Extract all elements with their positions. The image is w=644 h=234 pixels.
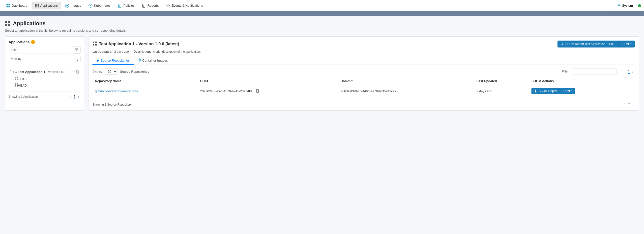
app-tree-item[interactable]: ∧ Test Application 1 - Version 1.0.0 2 <box>9 68 80 76</box>
uuid-copy-icon[interactable] <box>256 89 260 93</box>
svg-rect-11 <box>36 6 38 7</box>
top-page-number: 1 <box>628 70 630 74</box>
sbom-actions-cell: SBOM Report JSON <box>532 88 632 94</box>
version-item-head[interactable]: HEAD <box>9 82 80 89</box>
svg-point-25 <box>618 5 620 6</box>
svg-rect-29 <box>8 24 10 26</box>
app-header-title: Test Application 1 - Version 1.0.0 (late… <box>92 41 179 47</box>
svg-rect-32 <box>15 77 16 78</box>
bottom-page-number: 1 <box>628 101 630 105</box>
cell-last-updated: 2 days ago <box>474 85 529 97</box>
copy-badge: 2 <box>73 70 80 74</box>
row-json-btn[interactable]: JSON <box>560 88 575 94</box>
svg-rect-12 <box>38 6 39 7</box>
dashboard-icon <box>6 4 10 8</box>
app-version: - Version 1.0.0 <box>46 70 66 74</box>
svg-rect-8 <box>36 5 38 6</box>
source-repos-table: Repository Name UUID Commit Last Updated… <box>92 77 635 97</box>
bottom-pagination: ‹ 1 › <box>623 101 635 106</box>
row-sbom-report-btn[interactable]: SBOM Report <box>532 88 560 94</box>
json-label: JSON <box>621 42 629 46</box>
svg-rect-9 <box>38 5 39 6</box>
svg-rect-5 <box>36 4 38 5</box>
nav-kubernetes[interactable]: Kubernetes <box>85 2 114 9</box>
uuid-text: 237202a0-70ec-4578-9941-23eb4f8... <box>200 89 254 93</box>
top-prev-page-btn[interactable]: ‹ <box>623 69 627 74</box>
sbom-download-button[interactable]: SBOM Report Test Application 1 1.0.0 <box>558 41 618 47</box>
json-dropdown-button[interactable]: JSON <box>618 41 635 47</box>
svg-rect-35 <box>16 79 18 80</box>
page-title: Applications <box>13 20 46 27</box>
nav-policies-label: Policies <box>124 4 134 7</box>
repo-link[interactable]: github.com/anchore/enterprise <box>95 89 138 93</box>
last-updated-label: Last Updated: <box>92 50 112 53</box>
nav-dashboard[interactable]: Dashboard <box>3 2 31 9</box>
svg-rect-27 <box>8 21 10 23</box>
download-icon <box>560 42 564 46</box>
nav-policies[interactable]: Policies <box>115 2 138 9</box>
page-subtitle: Select an application in the list below … <box>5 29 639 32</box>
col-last-updated: Last Updated <box>474 77 529 85</box>
svg-point-16 <box>90 5 91 6</box>
head-label: HEAD <box>18 84 27 87</box>
page-grid-icon <box>5 20 10 27</box>
events-icon <box>166 4 170 8</box>
cell-repo-name: github.com/anchore/enterprise <box>92 85 198 97</box>
display-label: Display <box>92 70 102 73</box>
nav-reports-label: Reports <box>148 4 159 7</box>
nav-images[interactable]: Images <box>62 2 84 9</box>
tabs-row: ◆ Source Repositories Container Images <box>92 56 635 65</box>
version-label: 1.0.0 <box>19 77 26 81</box>
bottom-next-page-btn[interactable]: › <box>630 101 635 106</box>
right-panel: Test Application 1 - Version 1.0.0 (late… <box>88 36 639 111</box>
svg-rect-7 <box>35 5 36 6</box>
layout: Applications i View by ∧ Test A <box>5 36 639 111</box>
nav-events[interactable]: Events & Notifications <box>163 2 206 9</box>
showing-apps-text: Showing 1 Application <box>9 95 38 99</box>
next-page-btn[interactable]: › <box>76 94 80 99</box>
svg-rect-40 <box>93 42 94 43</box>
nav-dashboard-label: Dashboard <box>12 4 28 7</box>
reports-icon <box>142 4 146 8</box>
policies-icon <box>118 4 122 8</box>
main-content: Applications Select an application in th… <box>0 16 644 234</box>
tab-source-repositories[interactable]: ◆ Source Repositories <box>92 56 134 65</box>
svg-rect-0 <box>6 4 8 5</box>
table-footer: Showing 1 Source Repository ‹ 1 › <box>92 100 635 106</box>
version-grid-icon <box>15 77 18 81</box>
chevron-down-icon: ∧ <box>15 71 17 73</box>
svg-rect-4 <box>35 4 36 5</box>
cell-sbom-actions: SBOM Report JSON <box>529 85 635 97</box>
view-by-select[interactable]: View by <box>9 56 80 62</box>
copy-count: 2 <box>73 70 75 74</box>
svg-rect-34 <box>15 79 16 80</box>
tab-container-images[interactable]: Container Images <box>134 56 172 65</box>
svg-rect-6 <box>38 4 39 5</box>
right-pagination-top: ‹ 1 › <box>623 69 635 74</box>
panel-title: Applications i <box>9 40 80 44</box>
tab-source-label: Source Repositories <box>101 59 130 62</box>
version-item-100[interactable]: 1.0.0 <box>9 76 80 82</box>
page-header: Applications <box>5 20 639 27</box>
container-icon <box>138 58 141 62</box>
svg-rect-3 <box>8 6 10 7</box>
nav-events-label: Events & Notifications <box>172 4 203 7</box>
svg-rect-26 <box>5 21 7 23</box>
display-select[interactable]: 10 25 50 <box>104 68 118 75</box>
svg-rect-28 <box>5 24 7 26</box>
filter-icon-button[interactable] <box>73 46 80 54</box>
filter-input[interactable] <box>9 47 71 53</box>
top-next-page-btn[interactable]: › <box>630 69 635 74</box>
source-repo-toolbar-label: Source Repositories <box>120 70 149 73</box>
svg-rect-42 <box>93 44 94 45</box>
nav-applications[interactable]: Applications <box>32 2 61 9</box>
app-name: Test Application 1 <box>18 70 45 74</box>
col-commit: Commit <box>338 77 474 85</box>
nav-reports[interactable]: Reports <box>139 2 162 9</box>
prev-page-btn[interactable]: ‹ <box>69 94 73 99</box>
svg-rect-10 <box>35 6 36 7</box>
sbom-btn-label: SBOM Report Test Application 1 1.0.0 <box>566 42 615 46</box>
table-filter-input[interactable] <box>572 69 616 74</box>
system-button[interactable]: System <box>614 2 636 9</box>
bottom-prev-page-btn[interactable]: ‹ <box>623 101 627 106</box>
